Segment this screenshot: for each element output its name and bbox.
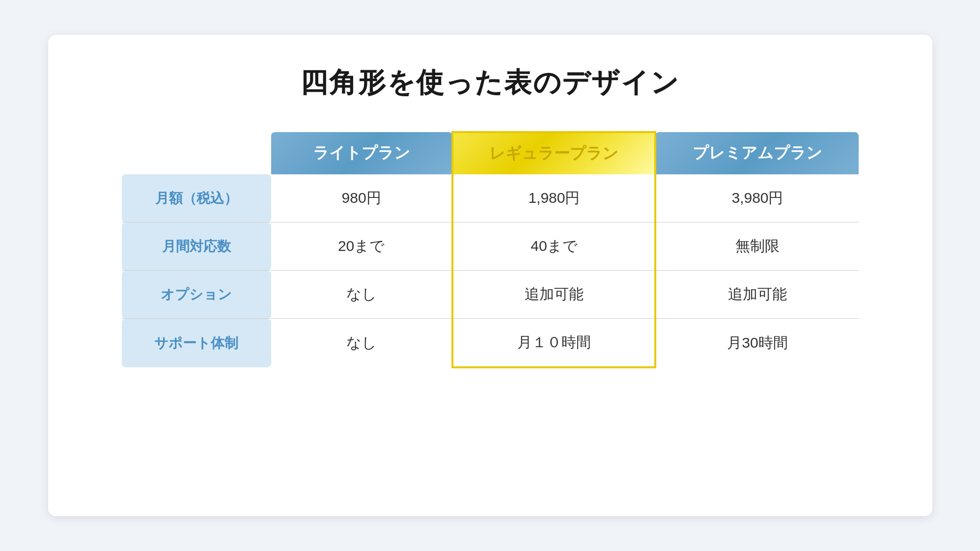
table-row: 月額（税込） 980円 1,980円 3,980円 <box>122 174 859 222</box>
header-light: ライトプラン <box>271 132 453 174</box>
row-label-0: 月額（税込） <box>122 174 271 222</box>
table-body: 月額（税込） 980円 1,980円 3,980円 月間対応数 20まで 40ま… <box>122 174 859 367</box>
table-row: オプション なし 追加可能 追加可能 <box>122 271 859 319</box>
row-label-3: サポート体制 <box>122 319 271 368</box>
header-row: ライトプラン レギュラープラン プレミアムプラン <box>122 132 859 174</box>
cell-premium-3: 月30時間 <box>655 319 858 368</box>
cell-regular-0: 1,980円 <box>452 174 655 222</box>
slide-title: 四角形を使った表のデザイン <box>300 64 679 102</box>
table-wrapper: ライトプラン レギュラープラン プレミアムプラン 月額（税込） 980円 1,9… <box>122 131 859 368</box>
cell-premium-0: 3,980円 <box>655 174 858 222</box>
row-label-1: 月間対応数 <box>122 222 271 271</box>
table-row: 月間対応数 20まで 40まで 無制限 <box>122 222 859 271</box>
cell-light-1: 20まで <box>271 222 453 271</box>
table-row: サポート体制 なし 月１０時間 月30時間 <box>122 319 859 368</box>
pricing-table: ライトプラン レギュラープラン プレミアムプラン 月額（税込） 980円 1,9… <box>122 131 859 368</box>
cell-light-0: 980円 <box>271 174 453 222</box>
slide-container: 四角形を使った表のデザイン ライトプラン レギュラープラン プレミアムプラン 月… <box>48 35 932 516</box>
cell-light-2: なし <box>271 271 453 319</box>
header-empty <box>122 132 271 174</box>
cell-regular-3: 月１０時間 <box>452 319 655 368</box>
cell-premium-1: 無制限 <box>655 222 858 271</box>
row-label-2: オプション <box>122 271 271 319</box>
cell-light-3: なし <box>271 319 453 368</box>
header-regular: レギュラープラン <box>452 132 655 174</box>
cell-regular-2: 追加可能 <box>452 271 655 319</box>
header-premium: プレミアムプラン <box>655 132 858 174</box>
cell-regular-1: 40まで <box>452 222 655 271</box>
cell-premium-2: 追加可能 <box>655 271 858 319</box>
